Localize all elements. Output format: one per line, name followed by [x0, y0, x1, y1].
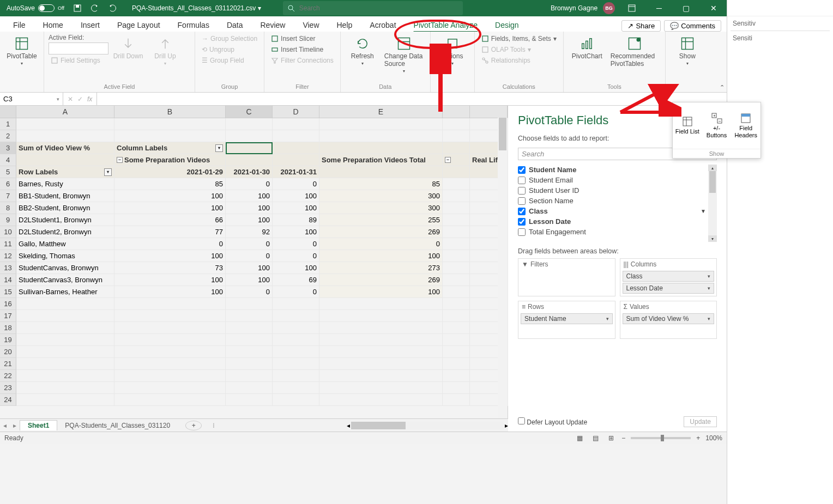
- view-normal-icon[interactable]: ▦: [575, 434, 585, 442]
- row-head-2[interactable]: 2: [0, 130, 16, 142]
- zoom-out-button[interactable]: −: [621, 434, 625, 442]
- area-columns[interactable]: |||Columns Class Lesson Date: [620, 258, 717, 296]
- view-page-layout-icon[interactable]: ▤: [590, 434, 601, 442]
- col-head-d[interactable]: D: [273, 106, 319, 118]
- show-button[interactable]: Show▾: [670, 34, 705, 68]
- tab-help[interactable]: Help: [329, 19, 360, 32]
- row-head-18[interactable]: 18: [0, 322, 16, 334]
- autosave-toggle[interactable]: AutoSave Off: [2, 4, 69, 12]
- user-name[interactable]: Bronwyn Gagne: [551, 4, 597, 12]
- search-input[interactable]: [299, 4, 458, 12]
- sheet-tab-2[interactable]: PQA-Students_All_Classes_031120: [57, 421, 178, 430]
- tab-formulas[interactable]: Formulas: [170, 19, 217, 32]
- tab-review[interactable]: Review: [253, 19, 293, 32]
- select-all-corner[interactable]: [0, 106, 16, 118]
- enter-icon[interactable]: ✓: [77, 95, 83, 103]
- name-box[interactable]: C3▾: [0, 93, 63, 105]
- formula-input[interactable]: [96, 93, 727, 105]
- change-data-source-button[interactable]: Change Data Source▾: [382, 34, 426, 76]
- active-field-input[interactable]: [49, 42, 108, 54]
- redo-icon[interactable]: [104, 4, 121, 13]
- field-total-engagement[interactable]: Total Engagement: [518, 227, 717, 237]
- tab-pivottable-analyze[interactable]: PivotTable Analyze: [406, 19, 486, 32]
- row-head-4[interactable]: 4: [0, 154, 16, 166]
- field-lesson-date[interactable]: Lesson Date: [518, 216, 717, 227]
- zoom-slider[interactable]: [631, 437, 691, 439]
- row-head-14[interactable]: 14: [0, 274, 16, 286]
- col-head-c[interactable]: C: [226, 106, 273, 118]
- row-head-8[interactable]: 8: [0, 202, 16, 214]
- row-head-3[interactable]: 3: [0, 142, 16, 154]
- pivotchart-button[interactable]: PivotChart: [568, 34, 606, 62]
- row-head-5[interactable]: 5: [0, 166, 16, 178]
- row-head-7[interactable]: 7: [0, 190, 16, 202]
- window-close-icon[interactable]: ✕: [703, 0, 725, 16]
- tab-home[interactable]: Home: [35, 19, 71, 32]
- defer-layout-checkbox[interactable]: Defer Layout Update: [518, 417, 587, 426]
- tell-me-search[interactable]: [283, 1, 463, 15]
- tab-data[interactable]: Data: [219, 19, 251, 32]
- row-head-19[interactable]: 19: [0, 334, 16, 346]
- fields-items-sets-button[interactable]: Fields, Items, & Sets ▾: [479, 34, 559, 44]
- row-head-1[interactable]: 1: [0, 118, 16, 130]
- col-head-ext2[interactable]: [470, 106, 508, 118]
- col-item-class[interactable]: Class: [623, 271, 715, 282]
- insert-slicer-button[interactable]: Insert Slicer: [269, 34, 336, 44]
- row-head-15[interactable]: 15: [0, 286, 16, 298]
- worksheet-grid[interactable]: A B C D E 123456789101112131415161718192…: [0, 106, 508, 432]
- tab-insert[interactable]: Insert: [73, 19, 107, 32]
- row-head-9[interactable]: 9: [0, 214, 16, 226]
- row-head-20[interactable]: 20: [0, 346, 16, 358]
- pivottable-button[interactable]: PivotTable▾: [4, 34, 39, 68]
- sheet-tab-1[interactable]: Sheet1: [20, 420, 57, 430]
- field-headers-button[interactable]: Field Headers: [731, 102, 760, 149]
- area-values[interactable]: ΣValues Sum of Video View %: [620, 301, 717, 339]
- row-head-13[interactable]: 13: [0, 262, 16, 274]
- field-list[interactable]: Student NameStudent EmailStudent User ID…: [518, 165, 717, 242]
- col-item-lesson-date[interactable]: Lesson Date: [623, 283, 715, 294]
- col-head-e[interactable]: E: [319, 106, 443, 118]
- tab-design[interactable]: Design: [487, 19, 527, 32]
- hscroll-left[interactable]: ◂: [347, 422, 350, 429]
- field-list-button[interactable]: Field List: [673, 102, 702, 149]
- tab-acrobat[interactable]: Acrobat: [362, 19, 403, 32]
- field-student-user-id[interactable]: Student User ID: [518, 185, 717, 196]
- tab-view[interactable]: View: [295, 19, 327, 32]
- plus-minus-buttons-button[interactable]: +− +/- Buttons: [702, 102, 732, 149]
- comments-button[interactable]: 💬 Comments: [664, 20, 721, 32]
- row-head-12[interactable]: 12: [0, 250, 16, 262]
- row-head-17[interactable]: 17: [0, 310, 16, 322]
- horizontal-scrollbar[interactable]: [351, 422, 504, 429]
- window-maximize-icon[interactable]: ▢: [675, 0, 697, 16]
- sensitivity-label-1[interactable]: Sensitiv: [727, 16, 833, 31]
- row-head-6[interactable]: 6: [0, 178, 16, 190]
- ribbon-display-icon[interactable]: [620, 0, 643, 16]
- row-head-10[interactable]: 10: [0, 226, 16, 238]
- autosave-switch[interactable]: [38, 4, 55, 12]
- field-section-name[interactable]: Section Name: [518, 196, 717, 206]
- row-head-24[interactable]: 24: [0, 394, 16, 406]
- share-button[interactable]: ↗ Share: [621, 20, 661, 32]
- row-head-21[interactable]: 21: [0, 358, 16, 370]
- insert-timeline-button[interactable]: Insert Timeline: [269, 45, 336, 54]
- save-icon[interactable]: [69, 4, 86, 13]
- window-minimize-icon[interactable]: ─: [649, 0, 669, 16]
- area-rows[interactable]: ≡Rows Student Name: [518, 301, 615, 339]
- tab-file[interactable]: File: [5, 19, 33, 32]
- row-head-11[interactable]: 11: [0, 238, 16, 250]
- fx-icon[interactable]: fx: [87, 95, 92, 103]
- val-item-sum-video[interactable]: Sum of Video View %: [623, 313, 715, 324]
- user-avatar[interactable]: BG: [603, 2, 615, 14]
- row-head-16[interactable]: 16: [0, 298, 16, 310]
- row-item-student-name[interactable]: Student Name: [521, 313, 613, 324]
- zoom-level[interactable]: 100%: [705, 434, 722, 442]
- field-class[interactable]: Class▼: [518, 206, 717, 216]
- cancel-icon[interactable]: ✕: [68, 95, 73, 103]
- actions-button[interactable]: Actions▾: [435, 34, 470, 68]
- row-head-22[interactable]: 22: [0, 370, 16, 382]
- view-page-break-icon[interactable]: ⊞: [606, 434, 616, 442]
- field-student-name[interactable]: Student Name: [518, 165, 717, 175]
- undo-icon[interactable]: [86, 4, 104, 13]
- sheet-nav-prev[interactable]: ◂: [0, 422, 10, 429]
- col-head-a[interactable]: A: [16, 106, 114, 118]
